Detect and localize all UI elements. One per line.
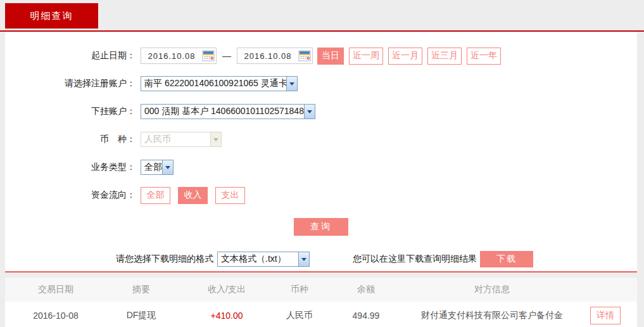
quick-range-today-button[interactable]: 当日 (317, 48, 344, 65)
download-format-value: 文本格式（.txt） (218, 253, 298, 265)
sub-account-value: 000 活期 基本户 1406600101102571848 (141, 106, 304, 117)
download-row: 请您选择下载明细的格式 文本格式（.txt） 您可以在这里下载查询明细结果 下载 (116, 251, 637, 267)
chevron-down-icon[interactable] (162, 160, 173, 174)
table-header-row: 交易日期 摘要 收入/支出 币种 余额 对方信息 (5, 278, 637, 302)
start-date-value: 2016.10.08 (141, 51, 202, 61)
fund-flow-all-button[interactable]: 全部 (141, 187, 170, 204)
sub-account-select[interactable]: 000 活期 基本户 1406600101102571848 (141, 104, 315, 119)
fund-flow-row: 资金流向： 全部 收入 支出 (5, 181, 637, 209)
sub-account-label: 下挂账户： (5, 106, 136, 117)
sub-account-row: 下挂账户： 000 活期 基本户 1406600101102571848 (5, 98, 637, 125)
download-format-select[interactable]: 文本格式（.txt） (217, 252, 310, 267)
download-hint-text: 您可以在这里下载查询明细结果 (353, 253, 477, 265)
cell-currency: 人民币 (277, 310, 322, 321)
currency-label: 币 种： (5, 134, 136, 145)
tab-bar: 明细查询 (0, 3, 644, 32)
query-button[interactable]: 查询 (294, 218, 348, 236)
detail-button[interactable]: 详情 (590, 307, 621, 324)
col-header-balance: 余额 (322, 284, 410, 295)
currency-select: 人民币 (141, 132, 222, 147)
cell-amount: +410.00 (176, 311, 277, 321)
register-account-value: 南平 6222001406100921065 灵通卡 (141, 78, 286, 89)
tab-label: 明细查询 (30, 10, 73, 22)
business-type-row: 业务类型： 全部 (5, 153, 637, 181)
date-range-separator: — (222, 51, 231, 61)
chevron-down-icon[interactable] (304, 105, 315, 119)
result-table: 交易日期 摘要 收入/支出 币种 余额 对方信息 2016-10-08 DF提现… (5, 278, 637, 327)
quick-range-year-button[interactable]: 近一年 (467, 48, 501, 65)
register-account-row: 请选择注册账户： 南平 6222001406100921065 灵通卡 (5, 70, 637, 98)
query-form-panel: 起止日期： 2016.10.08 — 2016.10.08 (5, 32, 637, 272)
quick-range-quarter-button[interactable]: 近三月 (427, 48, 462, 65)
business-type-label: 业务类型： (5, 162, 136, 173)
business-type-select[interactable]: 全部 (141, 160, 174, 175)
col-header-currency: 币种 (277, 284, 322, 295)
download-button[interactable]: 下载 (480, 251, 533, 267)
cell-transaction-date: 2016-10-08 (5, 311, 106, 321)
col-header-amount: 收入/支出 (176, 284, 277, 295)
date-range-label: 起止日期： (5, 50, 136, 61)
download-format-label: 请您选择下载明细的格式 (116, 253, 213, 265)
chevron-down-icon[interactable] (286, 77, 297, 91)
cell-counterparty: 财付通支付科技有限公司客户备付金 (410, 310, 574, 321)
fund-flow-income-button[interactable]: 收入 (178, 187, 208, 204)
fund-flow-label: 资金流向： (5, 189, 136, 201)
register-account-label: 请选择注册账户： (5, 78, 136, 89)
col-header-counterparty: 对方信息 (410, 284, 574, 295)
currency-row: 币 种： 人民币 (5, 125, 637, 153)
quick-range-week-button[interactable]: 近一周 (349, 48, 383, 65)
col-header-date: 交易日期 (5, 284, 106, 295)
date-range-row: 起止日期： 2016.10.08 — 2016.10.08 (5, 42, 637, 70)
tab-detail-query[interactable]: 明细查询 (5, 3, 98, 29)
start-date-input[interactable]: 2016.10.08 (141, 48, 217, 64)
fund-flow-expense-button[interactable]: 支出 (215, 187, 245, 204)
chevron-down-icon (210, 132, 221, 146)
end-date-input[interactable]: 2016.10.08 (237, 48, 313, 64)
chevron-down-icon[interactable] (298, 252, 309, 266)
calendar-icon[interactable] (298, 49, 311, 62)
calendar-icon[interactable] (202, 49, 215, 62)
cell-balance: 494.99 (322, 311, 410, 321)
business-type-value: 全部 (141, 162, 162, 173)
table-row: 2016-10-08 DF提现 +410.00 人民币 494.99 财付通支付… (5, 302, 637, 327)
cell-summary: DF提现 (106, 310, 176, 321)
quick-range-month-button[interactable]: 近一月 (388, 48, 422, 65)
currency-value: 人民币 (141, 134, 210, 145)
col-header-summary: 摘要 (106, 284, 176, 295)
end-date-value: 2016.10.08 (237, 51, 298, 61)
register-account-select[interactable]: 南平 6222001406100921065 灵通卡 (141, 76, 298, 91)
